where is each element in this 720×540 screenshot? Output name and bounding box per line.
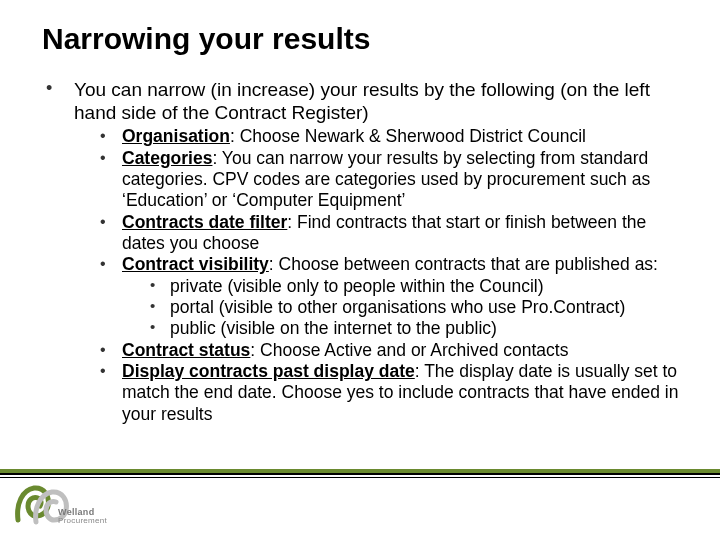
slide-title: Narrowing your results xyxy=(42,22,688,56)
status-label: Contract status xyxy=(122,340,250,360)
intro-text: You can narrow (in increase) your result… xyxy=(74,79,650,123)
date-filter-label: Contracts date filter xyxy=(122,212,287,232)
organisation-label: Organisation xyxy=(122,126,230,146)
visibility-portal: portal (visible to other organisations w… xyxy=(146,297,688,318)
item-categories: Categories: You can narrow your results … xyxy=(96,148,688,212)
past-display-label: Display contracts past display date xyxy=(122,361,415,381)
visibility-sublist: private (visible only to people within t… xyxy=(122,276,688,340)
item-visibility: Contract visibility: Choose between cont… xyxy=(96,254,688,339)
item-organisation: Organisation: Choose Newark & Sherwood D… xyxy=(96,126,688,147)
categories-label: Categories xyxy=(122,148,212,168)
item-date-filter: Contracts date filter: Find contracts th… xyxy=(96,212,688,255)
intro-item: You can narrow (in increase) your result… xyxy=(42,78,688,425)
footer-black-line xyxy=(0,473,720,475)
logo-line2: Procurement xyxy=(58,517,107,525)
options-list: Organisation: Choose Newark & Sherwood D… xyxy=(74,126,688,425)
organisation-text: : Choose Newark & Sherwood District Coun… xyxy=(230,126,586,146)
visibility-public: public (visible on the internet to the p… xyxy=(146,318,688,339)
logo-text: Welland Procurement xyxy=(58,508,107,525)
status-text: : Choose Active and or Archived contacts xyxy=(250,340,568,360)
visibility-private: private (visible only to people within t… xyxy=(146,276,688,297)
visibility-text: : Choose between contracts that are publ… xyxy=(269,254,658,274)
logo-area: Welland Procurement xyxy=(0,478,720,540)
main-list: You can narrow (in increase) your result… xyxy=(42,78,688,425)
item-status: Contract status: Choose Active and or Ar… xyxy=(96,340,688,361)
visibility-label: Contract visibility xyxy=(122,254,269,274)
slide-footer: Welland Procurement xyxy=(0,469,720,540)
item-past-display: Display contracts past display date: The… xyxy=(96,361,688,425)
